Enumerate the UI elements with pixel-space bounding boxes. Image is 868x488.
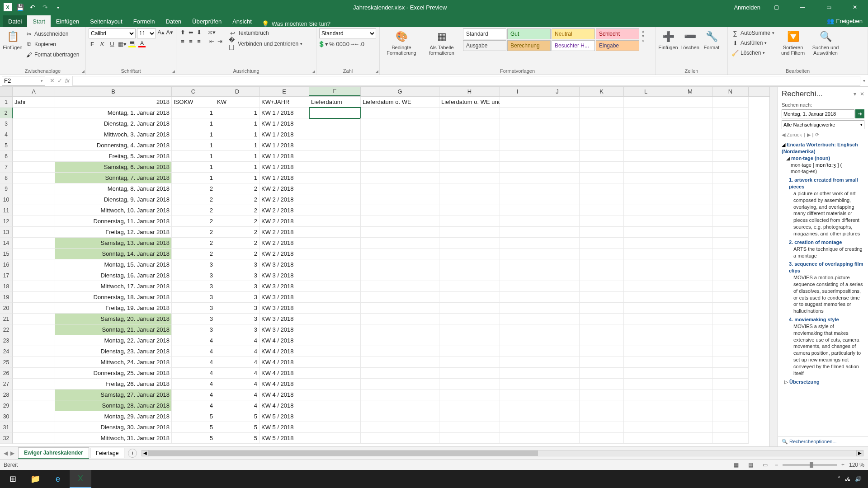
cell[interactable]: 1 xyxy=(172,151,215,162)
cell[interactable] xyxy=(535,194,580,205)
row-header[interactable]: 13 xyxy=(0,227,13,238)
cell[interactable] xyxy=(439,216,500,227)
row-header[interactable]: 12 xyxy=(0,216,13,227)
cell[interactable] xyxy=(500,151,535,162)
shrink-font-icon[interactable]: A▾ xyxy=(166,28,173,36)
research-refresh-icon[interactable]: ⟳ xyxy=(815,132,819,138)
enter-formula-icon[interactable]: ✓ xyxy=(57,77,62,84)
cell[interactable] xyxy=(535,129,580,140)
cell[interactable] xyxy=(535,281,580,292)
cell[interactable]: 2 xyxy=(172,183,215,194)
tab-view[interactable]: Ansicht xyxy=(227,15,257,27)
cell[interactable] xyxy=(535,140,580,151)
cell[interactable] xyxy=(439,368,500,379)
cell[interactable] xyxy=(13,151,55,162)
cell[interactable] xyxy=(309,292,361,303)
cancel-formula-icon[interactable]: ✕ xyxy=(50,77,55,84)
cell[interactable] xyxy=(580,249,624,259)
cell[interactable] xyxy=(580,368,624,379)
cell[interactable] xyxy=(712,194,749,205)
cell[interactable] xyxy=(361,281,439,292)
view-normal-icon[interactable]: ▦ xyxy=(731,461,741,469)
cell[interactable] xyxy=(580,238,624,249)
cell[interactable] xyxy=(439,140,500,151)
cell[interactable] xyxy=(309,335,361,346)
cell[interactable] xyxy=(361,324,439,335)
format-painter-button[interactable]: 🖌Format übertragen xyxy=(24,50,80,59)
cell[interactable]: Freitag, 5. Januar 2018 xyxy=(55,151,172,162)
cell[interactable] xyxy=(712,151,749,162)
cell[interactable] xyxy=(668,194,712,205)
cell[interactable] xyxy=(309,118,361,129)
cell[interactable] xyxy=(535,270,580,281)
cell[interactable] xyxy=(668,270,712,281)
cell[interactable] xyxy=(439,205,500,216)
redo-icon[interactable]: ↷ xyxy=(41,3,50,12)
cell[interactable]: KW 5 / 2018 xyxy=(259,433,309,444)
row-header[interactable]: 24 xyxy=(0,346,13,357)
cell[interactable] xyxy=(668,129,712,140)
cell[interactable] xyxy=(500,227,535,238)
cell[interactable] xyxy=(500,205,535,216)
cell[interactable] xyxy=(439,422,500,433)
cell[interactable] xyxy=(580,335,624,346)
row-header[interactable]: 8 xyxy=(0,173,13,183)
cell[interactable] xyxy=(500,400,535,411)
cell[interactable]: Montag, 15. Januar 2018 xyxy=(55,259,172,270)
cell[interactable] xyxy=(535,97,580,108)
cell[interactable]: Lieferdatum xyxy=(309,97,361,108)
cell[interactable]: 5 xyxy=(215,422,259,433)
cell[interactable] xyxy=(712,324,749,335)
qat-customize-icon[interactable]: ▾ xyxy=(53,3,62,12)
cell[interactable] xyxy=(13,183,55,194)
cell[interactable] xyxy=(535,357,580,368)
cell[interactable]: Dienstag, 23. Januar 2018 xyxy=(55,346,172,357)
add-sheet-button[interactable]: + xyxy=(128,449,137,458)
column-header-N[interactable]: N xyxy=(712,87,749,96)
cell[interactable]: 3 xyxy=(172,314,215,324)
cell[interactable] xyxy=(580,108,624,118)
row-header[interactable]: 19 xyxy=(0,292,13,303)
cell[interactable] xyxy=(13,314,55,324)
cell[interactable] xyxy=(668,335,712,346)
cell[interactable]: 1 xyxy=(215,108,259,118)
cell[interactable] xyxy=(13,422,55,433)
cell[interactable] xyxy=(361,270,439,281)
cell[interactable] xyxy=(309,238,361,249)
cell[interactable]: 2 xyxy=(215,194,259,205)
cell[interactable] xyxy=(668,368,712,379)
cell[interactable] xyxy=(535,205,580,216)
cell[interactable] xyxy=(361,346,439,357)
cell[interactable]: Dienstag, 30. Januar 2018 xyxy=(55,422,172,433)
cell[interactable] xyxy=(309,173,361,183)
cell[interactable] xyxy=(13,292,55,303)
cell[interactable] xyxy=(535,183,580,194)
horizontal-scrollbar[interactable]: ◀ ▶ xyxy=(142,450,863,456)
cell[interactable]: Samstag, 27. Januar 2018 xyxy=(55,389,172,400)
font-name-combo[interactable]: Calibri xyxy=(89,28,136,38)
row-header[interactable]: 30 xyxy=(0,411,13,422)
sheet-nav-last-icon[interactable]: ▶ xyxy=(10,450,14,456)
cell[interactable]: KW 2 / 2018 xyxy=(259,249,309,259)
cell[interactable] xyxy=(624,259,668,270)
cell[interactable] xyxy=(500,324,535,335)
cell[interactable]: Lieferdatum o. WE und Feiertage xyxy=(439,97,500,108)
cell[interactable] xyxy=(13,270,55,281)
view-page-break-icon[interactable]: ▭ xyxy=(760,461,770,469)
cell[interactable] xyxy=(535,379,580,389)
cellstyle-schlecht[interactable]: Schlecht xyxy=(596,28,639,39)
cell[interactable] xyxy=(580,194,624,205)
cell[interactable]: 4 xyxy=(172,400,215,411)
cell[interactable] xyxy=(309,129,361,140)
browser-icon[interactable]: e xyxy=(47,470,69,488)
tray-chevron-icon[interactable]: ˄ xyxy=(838,476,840,482)
save-icon[interactable]: 💾 xyxy=(15,3,24,12)
cell[interactable] xyxy=(13,357,55,368)
tab-layout[interactable]: Seitenlayout xyxy=(85,15,128,27)
sort-filter-button[interactable]: 🔽Sortieren und Filtern xyxy=(778,28,808,56)
column-header-K[interactable]: K xyxy=(580,87,624,96)
cell[interactable]: 3 xyxy=(172,324,215,335)
cell[interactable] xyxy=(712,303,749,314)
cell[interactable] xyxy=(580,292,624,303)
autosum-button[interactable]: ∑AutoSumme▾ xyxy=(731,28,775,38)
